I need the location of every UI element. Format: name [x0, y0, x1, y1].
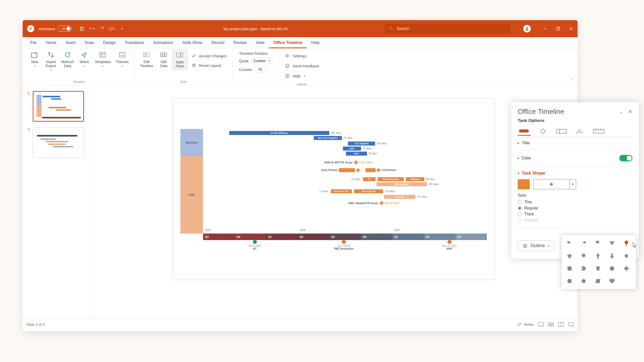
shape-option-chev[interactable]: [580, 265, 587, 272]
task-bar[interactable]: CLP Tox: [384, 195, 415, 199]
shape-option-arrow-up[interactable]: [594, 252, 601, 259]
section-date[interactable]: ▸Date: [518, 155, 632, 161]
ribbon-send-feedback[interactable]: Send Feedback: [285, 61, 319, 70]
shape-option-flag-r[interactable]: [566, 240, 573, 247]
notes-button[interactable]: Notes: [516, 322, 534, 327]
size-option-thin[interactable]: Thin: [518, 200, 632, 204]
autosave[interactable]: AutoSave Off: [39, 26, 72, 32]
section-task-shape[interactable]: ▾Task Shape: [518, 171, 632, 176]
menu-review[interactable]: Review: [229, 37, 251, 48]
view-slideshow-icon[interactable]: [568, 322, 574, 327]
task-bar[interactable]: [339, 168, 355, 172]
ribbon-settings[interactable]: Settings: [285, 51, 319, 60]
redo-icon[interactable]: [99, 26, 105, 32]
task-bar[interactable]: CtH Supplies: [377, 182, 427, 186]
present-icon[interactable]: ▾: [109, 26, 115, 32]
autosave-toggle[interactable]: Off: [58, 26, 72, 32]
task-bar[interactable]: TT: [363, 177, 376, 181]
ribbon-new[interactable]: New▾: [27, 50, 42, 69]
section-title[interactable]: ▸Title: [518, 141, 632, 146]
menu-insert[interactable]: Insert: [61, 37, 80, 48]
shape-option-square[interactable]: [566, 265, 573, 272]
qat-more-icon[interactable]: ▾: [119, 26, 125, 32]
ribbon-refresh-data[interactable]: Refresh Data: [59, 50, 76, 69]
timeline-position-custom-input[interactable]: [255, 66, 266, 73]
milestone-icon[interactable]: [356, 168, 360, 172]
pane-close-icon[interactable]: ✕: [628, 109, 632, 115]
maximize-button[interactable]: [551, 20, 565, 37]
shape-tab-rect[interactable]: [555, 127, 568, 136]
shape-tab-scale[interactable]: [592, 127, 605, 136]
date-toggle[interactable]: [619, 155, 632, 161]
shape-option-plus[interactable]: [623, 265, 630, 272]
task-bar[interactable]: Thorough PK: [354, 189, 383, 193]
ribbon-share[interactable]: Share▾: [77, 50, 92, 69]
shape-tab-bar[interactable]: [518, 127, 531, 136]
menu-slide-show[interactable]: Slide Show: [178, 37, 207, 48]
ribbon-import-export[interactable]: Import Export▾: [43, 50, 58, 73]
task-bar[interactable]: Non-CLP Tox: [331, 189, 352, 193]
timeline-position-quick-select[interactable]: Custom: [251, 58, 272, 64]
pane-collapse-icon[interactable]: ⌄: [619, 109, 623, 114]
task-bar[interactable]: In Vivo Efficacy: [229, 131, 329, 135]
menu-animations[interactable]: Animations: [149, 37, 178, 48]
shape-option-round-sq2[interactable]: [580, 278, 587, 285]
task-shape-select[interactable]: ▼: [533, 179, 576, 189]
shape-option-round-sq[interactable]: [566, 278, 573, 285]
search-box[interactable]: [385, 24, 511, 34]
shape-tab-step[interactable]: [574, 127, 587, 136]
task-bar[interactable]: Release: [406, 177, 424, 181]
shape-option-burst[interactable]: [580, 252, 587, 259]
shape-option-heart[interactable]: [609, 278, 616, 285]
close-button[interactable]: [565, 20, 578, 37]
size-option-regular[interactable]: Regular: [518, 206, 632, 210]
ribbon-style-pane[interactable]: Style Pane: [172, 50, 187, 70]
shape-option-pin[interactable]: [623, 240, 630, 247]
minimize-button[interactable]: [538, 20, 551, 37]
ribbon-reset-layout[interactable]: Reset Layout: [191, 61, 227, 70]
task-color-swatch[interactable]: [518, 179, 530, 189]
milestone-icon[interactable]: [354, 160, 358, 165]
view-normal-icon[interactable]: [538, 322, 544, 327]
shape-option-star[interactable]: [566, 252, 573, 259]
view-reading-icon[interactable]: [558, 322, 564, 327]
menu-help[interactable]: Help: [307, 37, 324, 48]
menu-transitions[interactable]: Transitions: [120, 37, 149, 48]
task-bar[interactable]: Non-GLP Supplies: [314, 136, 342, 140]
timeline-milestone[interactable]: Jul 1, 2026PBE Declaration: [334, 240, 354, 250]
shape-option-arrow-down[interactable]: [609, 252, 616, 259]
milestone-icon[interactable]: [380, 201, 384, 205]
shape-option-para[interactable]: [594, 278, 601, 285]
menu-view[interactable]: View: [251, 37, 269, 48]
timeline-milestone[interactable]: Oct 8,2025AC: [245, 240, 265, 250]
slide-thumbnail-1[interactable]: [33, 91, 84, 122]
task-bar[interactable]: TLP Supplies: [348, 142, 375, 146]
menu-file[interactable]: File: [26, 37, 41, 48]
menu-home[interactable]: Home: [41, 37, 61, 48]
search-input[interactable]: [397, 26, 507, 31]
menu-design[interactable]: Design: [99, 37, 120, 48]
ribbon-help[interactable]: Help▾: [285, 71, 319, 80]
task-bar[interactable]: DSP: [346, 152, 367, 156]
outline-button[interactable]: Outline ▾: [518, 240, 554, 251]
size-option-thick[interactable]: Thick: [518, 212, 632, 216]
shape-tab-diamond[interactable]: [536, 127, 549, 136]
ribbon-collapse[interactable]: ⌃: [571, 77, 574, 82]
menu-office-timeline[interactable]: Office Timeline: [269, 37, 307, 48]
menu-draw[interactable]: Draw: [80, 37, 98, 48]
shape-option-shield[interactable]: [594, 265, 601, 272]
timeline-milestone[interactable]: May 14, 2027AIHC: [439, 240, 460, 250]
ribbon-edit-data[interactable]: Edit Data: [156, 50, 171, 69]
ribbon-themes[interactable]: AaThemes▾: [114, 50, 131, 69]
shape-option-square-sm[interactable]: [623, 252, 630, 259]
task-bar[interactable]: Manufacturing: [378, 177, 404, 181]
shape-option-flag[interactable]: [594, 240, 601, 247]
account-avatar[interactable]: [523, 25, 531, 32]
shape-option-circle[interactable]: [609, 265, 616, 272]
menu-record[interactable]: Record: [207, 37, 229, 48]
ribbon-accept-changes[interactable]: Accept Changes: [191, 51, 227, 60]
task-shape-dropdown[interactable]: ▼: [569, 179, 576, 189]
slide-thumbnail-2[interactable]: [33, 127, 84, 158]
ribbon-edit-timeline[interactable]: Edit Timeline: [138, 50, 155, 69]
save-icon[interactable]: [79, 26, 85, 32]
